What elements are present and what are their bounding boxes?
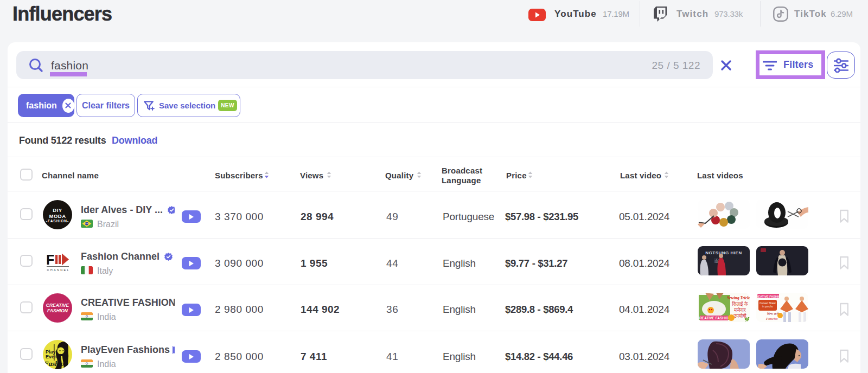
svg-text:NGTSUNG HIEN: NGTSUNG HIEN — [705, 250, 742, 255]
svg-text:CHANNEL: CHANNEL — [47, 268, 70, 272]
svg-text:F: F — [46, 252, 54, 267]
svg-text:Sewing Tricks: Sewing Tricks — [727, 295, 750, 300]
svg-text:CREATIVE FASHION: CREATIVE FASHION — [756, 295, 783, 298]
svg-text:in poncho: in poncho — [762, 305, 773, 308]
svg-text:Even: Even — [46, 354, 58, 359]
svg-text:सिलाई के: सिलाई के — [731, 301, 748, 307]
svg-text:Poncho: Poncho — [765, 317, 778, 321]
svg-text:Convert Shawl: Convert Shawl — [760, 302, 775, 305]
svg-text:मजेदार: मजेदार — [733, 307, 746, 313]
svg-text:CREATIVE FASHION: CREATIVE FASHION — [698, 316, 731, 320]
